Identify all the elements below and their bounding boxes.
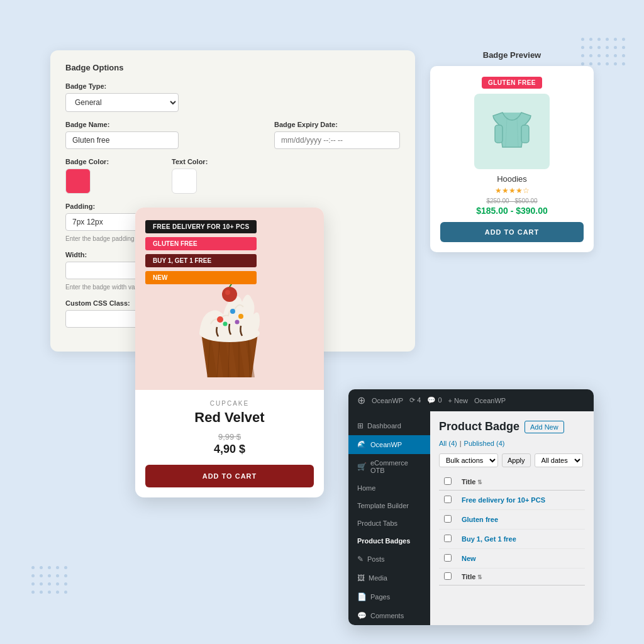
preview-price-new: $185.00 - $390.00 [440, 206, 584, 216]
wp-update-icon: ⟳ 4 [409, 396, 421, 404]
select-all-footer-checkbox[interactable] [444, 572, 452, 580]
title-sort-icon: ⇅ [477, 479, 482, 486]
cupcake-product-card: FREE DELIVERY FOR 10+ PCS GLUTEN FREE BU… [135, 208, 324, 497]
filter-all-link[interactable]: All (4) [439, 440, 457, 447]
sidebar-media-label: Media [369, 574, 387, 582]
panel-title: Badge Options [65, 63, 400, 72]
ecommerce-icon: 🛒 [357, 462, 367, 471]
cupcake-add-to-cart-button[interactable]: ADD TO CART [145, 465, 314, 487]
media-icon: 🖼 [357, 574, 365, 582]
sidebar-item-posts[interactable]: ✎ Posts [348, 550, 430, 569]
badge-name-label: Badge Name: [65, 121, 224, 128]
wp-add-new-button[interactable]: Add New [525, 421, 564, 433]
wp-site-name: OceanWP [372, 397, 403, 404]
badge-title-link-4[interactable]: New [462, 555, 476, 562]
sidebar-dashboard-label: Dashboard [367, 422, 401, 430]
text-color-swatch[interactable] [172, 169, 197, 194]
badge-type-label: Badge Type: [65, 82, 179, 90]
sidebar-item-template[interactable]: Template Builder [348, 497, 430, 514]
svg-point-9 [230, 309, 235, 314]
apply-button[interactable]: Apply [502, 453, 531, 467]
sidebar-template-label: Template Builder [357, 502, 409, 509]
date-filter-select[interactable]: All dates [535, 453, 583, 467]
wp-admin-panel: ⊕ OceanWP ⟳ 4 💬 0 + New OceanWP ⊞ Dashbo… [348, 389, 594, 625]
cupcake-image-area: FREE DELIVERY FOR 10+ PCS GLUTEN FREE BU… [135, 208, 324, 390]
row-checkbox-1[interactable] [444, 496, 452, 503]
preview-stars: ★★★★☆ [440, 186, 584, 195]
title-footer-sort-icon: ⇅ [477, 574, 482, 580]
select-all-checkbox[interactable] [444, 477, 452, 485]
svg-point-14 [225, 290, 230, 295]
badge-name-input[interactable] [65, 131, 179, 149]
posts-icon: ✎ [357, 555, 364, 564]
wp-sidebar: ⊞ Dashboard 🌊 OceanWP 🛒 eCommerce OTB Ho… [348, 411, 430, 625]
preview-product-name: Hoodies [440, 174, 584, 184]
badge-gluten-free: GLUTEN FREE [145, 237, 257, 250]
bulk-actions-select[interactable]: Bulk actions [439, 453, 498, 467]
sidebar-item-oceanwp[interactable]: 🌊 OceanWP [348, 435, 430, 454]
badge-new: NEW [145, 271, 257, 284]
wp-main-header: Product Badge Add New [439, 420, 585, 433]
row-checkbox-4[interactable] [444, 554, 452, 562]
preview-add-to-cart-button[interactable]: ADD TO CART [440, 222, 584, 242]
sidebar-item-product-badges[interactable]: Product Badges [348, 532, 430, 550]
hoodie-image [474, 94, 550, 169]
decoration-dots-bl [31, 566, 67, 594]
svg-point-10 [238, 314, 243, 319]
wp-page-title: Product Badge [439, 420, 519, 433]
badge-strip: FREE DELIVERY FOR 10+ PCS GLUTEN FREE BU… [145, 220, 257, 284]
sidebar-item-ecommerce[interactable]: 🛒 eCommerce OTB [348, 454, 430, 479]
sidebar-ecommerce-label: eCommerce OTB [370, 459, 421, 474]
wp-user-label: OceanWP [474, 397, 506, 404]
badge-buy-one-get-one: BUY 1, GET 1 FREE [145, 254, 257, 267]
badge-preview-card: GLUTEN FREE Hoodies ★★★★☆ $250.00 - $500… [430, 66, 594, 252]
pages-icon: 📄 [357, 592, 367, 601]
sidebar-product-badges-label: Product Badges [357, 537, 410, 545]
sidebar-item-dashboard[interactable]: ⊞ Dashboard [348, 416, 430, 435]
cupcake-price-new: 4,90 $ [145, 443, 314, 456]
svg-point-8 [217, 316, 223, 323]
cupcake-price-old: 9,99 $ [145, 432, 314, 441]
wp-topbar: ⊕ OceanWP ⟳ 4 💬 0 + New OceanWP [348, 389, 594, 411]
filter-sep: | [460, 440, 462, 447]
sidebar-item-home[interactable]: Home [348, 479, 430, 497]
badge-preview-title: Badge Preview [430, 50, 594, 60]
sidebar-item-product-tabs[interactable]: Product Tabs [348, 514, 430, 532]
text-color-label: Text Color: [172, 158, 208, 165]
badge-title-link-3[interactable]: Buy 1, Get 1 free [462, 535, 516, 543]
wp-new-label[interactable]: + New [448, 397, 469, 404]
sidebar-product-tabs-label: Product Tabs [357, 519, 397, 527]
cupcake-category: CUPCAKE [145, 400, 314, 407]
wp-logo-icon: ⊕ [357, 394, 365, 406]
table-row: Free delivery for 10+ PCS [439, 491, 585, 510]
comments-icon: 💬 [357, 611, 367, 620]
preview-price-old: $250.00 - $500.00 [440, 197, 584, 204]
filter-published-link[interactable]: Published (4) [464, 440, 505, 447]
badge-expiry-label: Badge Expiry Date: [274, 121, 400, 128]
sidebar-item-pages[interactable]: 📄 Pages [348, 587, 430, 606]
sidebar-comments-label: Comments [370, 612, 404, 619]
badge-expiry-input[interactable] [274, 131, 400, 149]
table-row: Buy 1, Get 1 free [439, 530, 585, 549]
cupcake-info: CUPCAKE Red Velvet 9,99 $ 4,90 $ ADD TO … [135, 390, 324, 497]
badge-title-link-1[interactable]: Free delivery for 10+ PCS [462, 496, 545, 504]
dashboard-icon: ⊞ [357, 421, 364, 430]
badge-type-select[interactable]: General Ribbon Circle [65, 93, 179, 112]
badge-color-swatch[interactable] [65, 169, 91, 194]
sidebar-item-comments[interactable]: 💬 Comments [348, 606, 430, 625]
wp-filter-row: All (4) | Published (4) [439, 440, 585, 447]
wp-comment-icon: 💬 0 [427, 396, 441, 404]
title-header: Title ⇅ [457, 474, 585, 491]
row-checkbox-2[interactable] [444, 515, 452, 523]
svg-point-11 [223, 322, 228, 326]
svg-point-13 [222, 287, 237, 302]
table-row: New [439, 549, 585, 569]
badge-color-label: Badge Color: [65, 158, 109, 165]
preview-badge-text: GLUTEN FREE [482, 77, 542, 89]
badge-title-link-2[interactable]: Gluten free [462, 516, 498, 523]
wp-layout: ⊞ Dashboard 🌊 OceanWP 🛒 eCommerce OTB Ho… [348, 411, 594, 625]
sidebar-oceanwp-label: OceanWP [370, 441, 402, 448]
sidebar-item-media[interactable]: 🖼 Media [348, 569, 430, 587]
row-checkbox-3[interactable] [444, 535, 452, 542]
svg-point-12 [235, 320, 240, 325]
